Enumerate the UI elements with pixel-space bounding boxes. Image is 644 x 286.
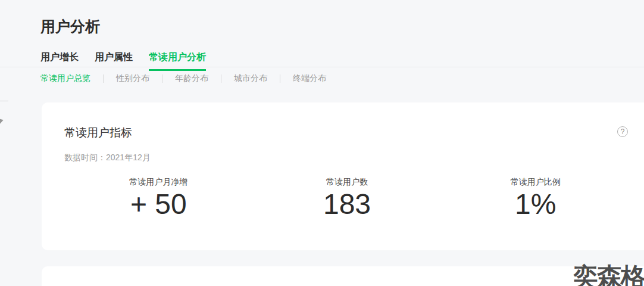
metric-label: 常读用户月净增 [64, 177, 253, 186]
metric-label: 常读用户比例 [441, 177, 630, 186]
header-divider [0, 67, 644, 67]
metric-frequent-reader-count: 常读用户数 183 [253, 177, 442, 221]
subnav-separator [280, 74, 280, 83]
subnav-separator [221, 74, 221, 83]
user-analysis-page: 用户分析 用户增长 用户属性 常读用户分析 常读用户总览 性别分布 年龄分布 城… [0, 0, 644, 286]
main-tabs: 用户增长 用户属性 常读用户分析 [40, 51, 206, 71]
metric-frequent-reader-ratio: 常读用户比例 1% [441, 177, 630, 221]
page-title: 用户分析 [40, 17, 100, 36]
frequent-reader-metrics-card: 常读用户指标 ? 数据时间：2021年12月 常读用户月净增 + 50 常读用户… [42, 102, 644, 250]
help-question-icon[interactable]: ? [617, 126, 628, 137]
sub-navigation: 常读用户总览 性别分布 年龄分布 城市分布 终端分布 [40, 73, 326, 84]
subnav-terminal-distribution[interactable]: 终端分布 [293, 73, 326, 84]
data-time-label: 数据时间：2021年12月 [64, 153, 151, 163]
metric-monthly-net-increase: 常读用户月净增 + 50 [64, 177, 253, 221]
left-edge-cursor-artifact [0, 117, 4, 124]
metric-value: 1% [441, 188, 630, 221]
next-section-card [42, 266, 644, 286]
metrics-row: 常读用户月净增 + 50 常读用户数 183 常读用户比例 1% [64, 177, 630, 221]
subnav-frequent-reader-overview[interactable]: 常读用户总览 [40, 73, 90, 84]
subnav-separator [162, 74, 162, 83]
metric-label: 常读用户数 [253, 177, 442, 186]
subnav-age-distribution[interactable]: 年龄分布 [175, 73, 208, 84]
metric-value: 183 [253, 188, 442, 221]
subnav-separator [103, 74, 104, 83]
subnav-city-distribution[interactable]: 城市分布 [234, 73, 267, 84]
watermark-logo: 奕森格 [573, 260, 644, 286]
tab-frequent-reader-analysis[interactable]: 常读用户分析 [149, 51, 206, 71]
left-edge-divider-fragment [0, 101, 8, 101]
subnav-gender-distribution[interactable]: 性别分布 [116, 73, 149, 84]
card-title: 常读用户指标 [64, 125, 132, 141]
metric-value: + 50 [64, 188, 253, 221]
